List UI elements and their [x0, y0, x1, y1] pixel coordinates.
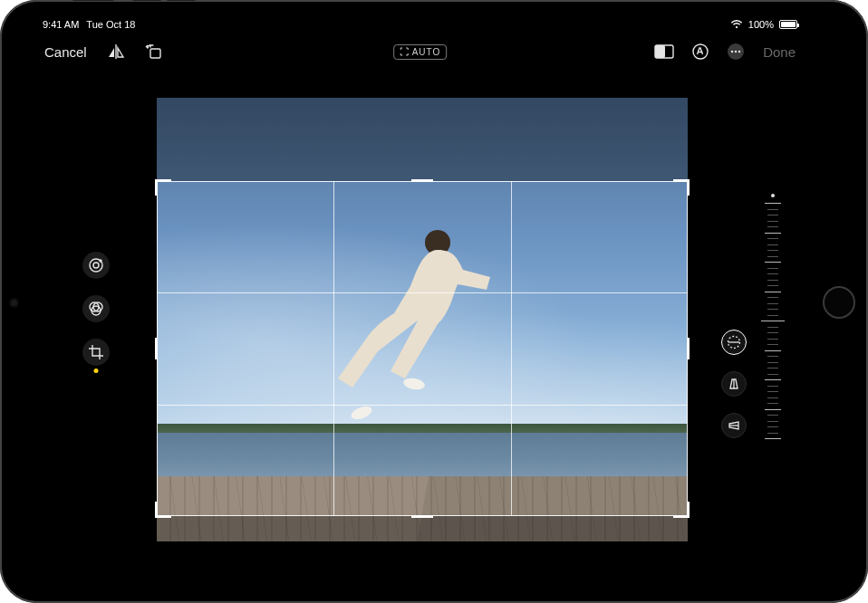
svg-point-5: [731, 51, 733, 53]
more-button[interactable]: [727, 43, 745, 61]
slider-tick: [767, 309, 778, 310]
cancel-button[interactable]: Cancel: [44, 44, 87, 60]
slider-tick: [767, 415, 778, 416]
slider-tick: [767, 303, 778, 304]
active-tab-indicator: [94, 368, 99, 373]
slider-tick: [767, 344, 778, 345]
slider-tick: [767, 244, 778, 245]
front-camera: [11, 300, 17, 306]
slider-tick: [767, 403, 778, 404]
auto-enhance-button[interactable]: AUTO: [393, 44, 448, 60]
rotate-left-icon: [145, 43, 163, 60]
slider-tick: [765, 233, 781, 234]
slider-tick: [767, 374, 778, 375]
vertical-perspective-button[interactable]: [721, 371, 747, 397]
svg-point-7: [738, 51, 740, 53]
ipad-frame: 9:41 AM Tue Oct 18 100% Cancel: [0, 0, 868, 603]
home-button[interactable]: [823, 286, 855, 319]
battery-pct: 100%: [748, 19, 774, 30]
slider-tick: [767, 215, 778, 215]
slider-tick: [767, 397, 778, 398]
slider-tick: [765, 262, 781, 263]
rotation-slider[interactable]: [763, 203, 783, 438]
slider-tick: [765, 409, 781, 410]
slider-tick: [767, 356, 778, 357]
horizontal-perspective-button[interactable]: [721, 413, 747, 438]
aspect-ratio-icon: [654, 44, 674, 59]
status-bar: 9:41 AM Tue Oct 18 100%: [32, 16, 808, 33]
horizontal-perspective-icon: [728, 419, 740, 432]
crop-handle-top[interactable]: [411, 179, 433, 182]
slider-tick: [767, 250, 778, 251]
screen: 9:41 AM Tue Oct 18 100% Cancel: [32, 16, 808, 587]
straighten-icon: [727, 335, 741, 349]
slider-tick: [767, 433, 778, 434]
aspect-ratio-button[interactable]: [654, 44, 674, 59]
crop-grid-line: [157, 405, 688, 406]
slider-tick: [765, 203, 781, 204]
slider-tick: [765, 292, 781, 292]
svg-point-10: [100, 260, 101, 262]
crop-dim-top: [157, 98, 688, 181]
done-button[interactable]: Done: [763, 44, 796, 60]
status-date: Tue Oct 18: [86, 19, 135, 30]
slider-tick: [767, 226, 778, 227]
filters-tab[interactable]: [82, 295, 110, 322]
rotate-button[interactable]: [145, 43, 163, 60]
flip-button[interactable]: [107, 43, 125, 60]
slider-zero-dot: [771, 194, 775, 197]
slider-tick: [765, 321, 781, 321]
status-time: 9:41 AM: [43, 19, 79, 30]
slider-tick: [767, 315, 778, 316]
svg-rect-2: [655, 45, 665, 58]
svg-point-6: [735, 51, 737, 53]
vertical-perspective-icon: [728, 378, 740, 390]
crop-handle-right[interactable]: [687, 338, 690, 359]
crop-handle-tr[interactable]: [673, 179, 690, 196]
crop-handle-left[interactable]: [155, 338, 158, 359]
auto-label: AUTO: [412, 47, 441, 57]
slider-tick: [767, 238, 778, 239]
slider-tick: [767, 386, 778, 387]
edit-mode-rail: [82, 252, 110, 366]
straighten-button[interactable]: [721, 330, 747, 355]
slider-tick: [767, 297, 778, 298]
markup-button[interactable]: [692, 43, 709, 60]
slider-tick: [765, 379, 781, 380]
crop-handle-tl[interactable]: [155, 179, 171, 196]
adjust-icon: [88, 257, 104, 273]
slider-tick: [765, 438, 781, 439]
crop-border: [157, 181, 688, 516]
flip-horizontal-icon: [107, 43, 125, 60]
filters-icon: [88, 301, 104, 317]
crop-handle-bl[interactable]: [155, 502, 171, 518]
slider-tick: [767, 221, 778, 222]
svg-rect-0: [150, 49, 160, 58]
slider-tick: [767, 426, 778, 427]
slider-tick: [767, 280, 778, 281]
photo-stage: [157, 98, 688, 541]
adjust-tab[interactable]: [82, 252, 110, 279]
crop-grid-line: [157, 292, 688, 293]
wifi-icon: [730, 20, 743, 29]
volume-up-button: [132, 0, 161, 1]
slider-tick: [767, 391, 778, 392]
perspective-rail: [721, 330, 747, 438]
crop-overlay[interactable]: [157, 181, 688, 516]
crop-grid-line: [333, 181, 334, 516]
crop-dim-bottom: [157, 516, 688, 541]
slider-tick: [767, 421, 778, 422]
battery-icon: [779, 20, 797, 29]
slider-tick: [767, 285, 778, 286]
slider-tick: [767, 273, 778, 274]
editor-toolbar: Cancel: [32, 38, 808, 65]
slider-tick: [767, 327, 778, 328]
slider-tick: [767, 268, 778, 269]
slider-tick: [767, 339, 778, 340]
markup-icon: [692, 43, 709, 60]
volume-down-button: [167, 0, 196, 1]
crop-tab[interactable]: [82, 339, 110, 366]
slider-tick: [767, 209, 778, 210]
crop-handle-br[interactable]: [673, 502, 690, 518]
crop-handle-bottom[interactable]: [411, 515, 433, 518]
